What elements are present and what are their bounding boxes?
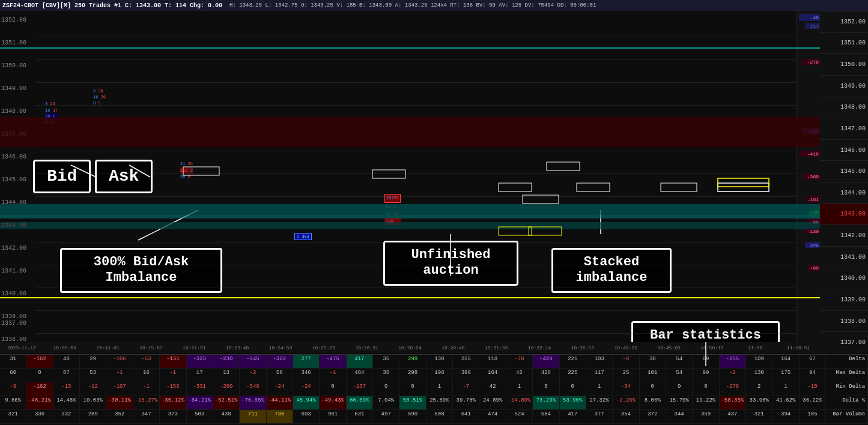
bottom-stats-panel: 31 -162 48 29 -106 -53 -131 -323 -230 -5… [0,354,868,425]
time-label-7: 10:25:23 [302,345,345,351]
delta-row: 31 -162 48 29 -106 -53 -131 -323 -230 -5… [0,355,868,369]
time-axis: 2023-11-17 10:05:08 10:11:01 10:15:07 10… [0,342,820,353]
price-1339: 1339.00 [820,289,868,310]
price-1352: 1352.00 [820,11,868,32]
bid-label: Bid [33,160,91,193]
price-1345: 1345.00 [820,160,868,182]
price-1337: 1337.00 [820,331,868,353]
price-1342: 1342.00 [820,225,868,246]
delta-pct-row: 9.66% -48.21% 14.46% 10.03% -30.11% -15.… [0,396,868,410]
price-1344: 1344.00 [820,182,868,203]
stacked-imbalance-annotation: Stacked imbalance [551,248,672,293]
price-axis: 1352.00 1351.00 1350.00 1349.00 1348.00 … [820,11,868,353]
time-label-11: 10:31:33 [475,345,518,351]
price-1351: 1351.00 [820,32,868,54]
chart-header: ZSF24-CBOT [CBV][M] 250 Trades #1 C: 134… [0,0,868,11]
unfinished-auction-annotation: Unfinished auction [383,241,518,286]
imbalance-annotation: 300% Bid/Ask Imbalance [60,248,222,293]
time-label-9: 10:28:24 [389,345,432,351]
price-1338: 1338.00 [820,310,868,332]
price-1343: 1343.00 [820,203,868,225]
time-label-15: 10:45:03 [648,345,691,351]
time-label-16: 10:50:13 [691,345,734,351]
time-label-5: 10:23:48 [216,345,259,351]
min-delta-row: -9 -162 -13 -12 -107 -1 -156 -331 -200 -… [0,382,868,396]
time-label-0: 2023-11-17 [0,345,43,351]
price-1340: 1340.00 [820,268,868,289]
chart-area[interactable]: 0 39 46 39 0 5 Bid Ask 300% Bid/Ask Imba… [0,11,820,353]
time-label-13: 10:35:53 [561,345,604,351]
time-label-17: 11:06 [733,345,777,351]
time-label-2: 10:11:01 [86,345,130,351]
ask-label: Ask [95,160,153,193]
time-label-14: 10:40:20 [604,345,648,351]
price-1348: 1348.00 [820,97,868,118]
price-1349: 1349.00 [820,75,868,97]
max-delta-row: 60 0 87 53 -1 16 -1 17 13 -2 56 346 -1 4… [0,369,868,382]
time-label-1: 10:05:08 [43,345,86,351]
bar-volume-row: 321 336 332 289 352 347 373 503 438 711 … [0,410,868,424]
symbol-label: ZSF24-CBOT [CBV][M] 250 Trades #1 C: 134… [2,2,222,9]
price-1350: 1350.00 [820,53,868,75]
time-label-3: 10:15:07 [130,345,173,351]
time-label-12: 10:32:14 [518,345,561,351]
price-1347: 1347.00 [820,118,868,139]
time-label-18: 11:10:51 [777,345,820,351]
time-label-10: 10:29:40 [431,345,475,351]
time-label-6: 10:24:50 [259,345,302,351]
price-1341: 1341.00 [820,246,868,268]
time-label-4: 10:21:51 [172,345,216,351]
time-label-8: 10:26:31 [345,345,389,351]
price-1346: 1346.00 [820,139,868,161]
ohlcv-label: H: 1343.25 L: 1342.75 O: 1343.25 V: 185 … [229,2,596,8]
